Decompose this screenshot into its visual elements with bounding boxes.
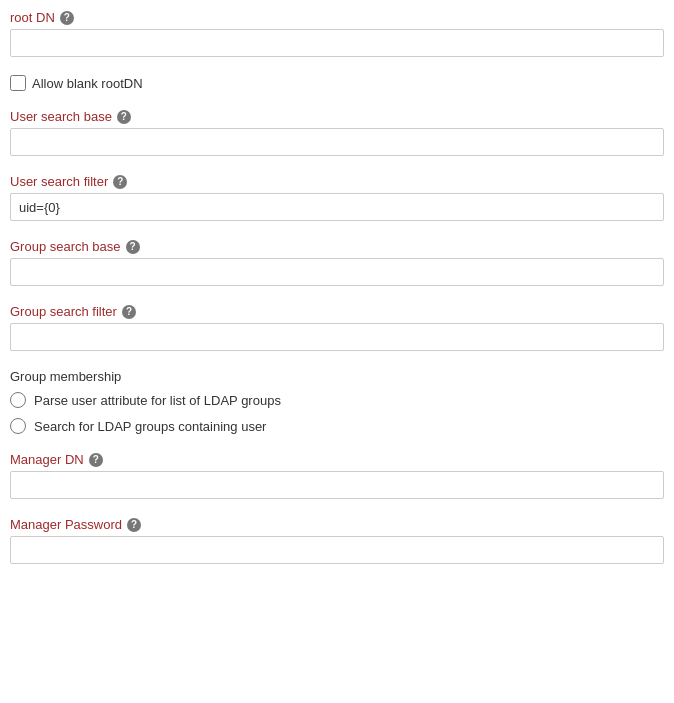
allow-blank-rootdn-checkbox[interactable] — [10, 75, 26, 91]
manager-dn-input[interactable] — [10, 471, 664, 499]
group-membership-radio-group: Parse user attribute for list of LDAP gr… — [10, 392, 664, 434]
search-ldap-groups-label: Search for LDAP groups containing user — [34, 419, 266, 434]
manager-password-input[interactable] — [10, 536, 664, 564]
user-search-filter-group: User search filter ? — [10, 174, 664, 221]
user-search-filter-help-icon[interactable]: ? — [113, 175, 127, 189]
user-search-filter-label: User search filter ? — [10, 174, 127, 189]
user-search-base-help-icon[interactable]: ? — [117, 110, 131, 124]
manager-dn-label-text: Manager DN — [10, 452, 84, 467]
manager-dn-group: Manager DN ? — [10, 452, 664, 499]
manager-password-label: Manager Password ? — [10, 517, 141, 532]
parse-user-attr-label: Parse user attribute for list of LDAP gr… — [34, 393, 281, 408]
allow-blank-rootdn-group: Allow blank rootDN — [10, 75, 664, 91]
parse-user-attr-radio-item: Parse user attribute for list of LDAP gr… — [10, 392, 664, 408]
group-search-filter-input[interactable] — [10, 323, 664, 351]
group-search-base-help-icon[interactable]: ? — [126, 240, 140, 254]
allow-blank-rootdn-label: Allow blank rootDN — [32, 76, 143, 91]
group-search-filter-label: Group search filter ? — [10, 304, 136, 319]
root-dn-group: root DN ? — [10, 10, 664, 57]
user-search-base-input[interactable] — [10, 128, 664, 156]
group-search-base-label: Group search base ? — [10, 239, 140, 254]
search-ldap-groups-radio[interactable] — [10, 418, 26, 434]
user-search-base-label-text: User search base — [10, 109, 112, 124]
manager-password-help-icon[interactable]: ? — [127, 518, 141, 532]
group-search-filter-label-text: Group search filter — [10, 304, 117, 319]
group-search-filter-group: Group search filter ? — [10, 304, 664, 351]
group-search-base-group: Group search base ? — [10, 239, 664, 286]
root-dn-label-text: root DN — [10, 10, 55, 25]
user-search-filter-label-text: User search filter — [10, 174, 108, 189]
group-search-base-label-text: Group search base — [10, 239, 121, 254]
user-search-base-label: User search base ? — [10, 109, 131, 124]
parse-user-attr-radio[interactable] — [10, 392, 26, 408]
group-membership-group: Group membership Parse user attribute fo… — [10, 369, 664, 434]
user-search-base-group: User search base ? — [10, 109, 664, 156]
root-dn-label: root DN ? — [10, 10, 74, 25]
manager-dn-help-icon[interactable]: ? — [89, 453, 103, 467]
manager-dn-label: Manager DN ? — [10, 452, 103, 467]
root-dn-help-icon[interactable]: ? — [60, 11, 74, 25]
root-dn-input[interactable] — [10, 29, 664, 57]
manager-password-label-text: Manager Password — [10, 517, 122, 532]
group-membership-label: Group membership — [10, 369, 664, 384]
manager-password-group: Manager Password ? — [10, 517, 664, 564]
user-search-filter-input[interactable] — [10, 193, 664, 221]
group-search-filter-help-icon[interactable]: ? — [122, 305, 136, 319]
group-search-base-input[interactable] — [10, 258, 664, 286]
search-ldap-groups-radio-item: Search for LDAP groups containing user — [10, 418, 664, 434]
